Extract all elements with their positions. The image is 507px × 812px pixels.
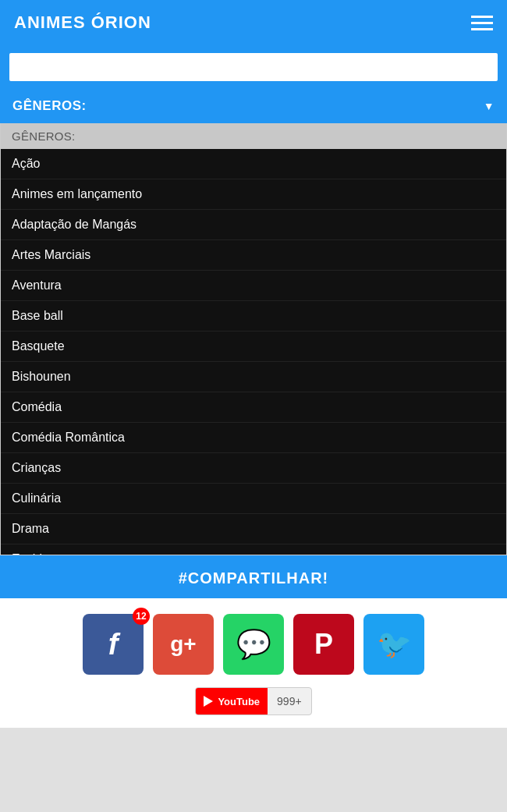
genre-list-item[interactable]: Artes Marciais (1, 240, 506, 271)
genres-scrollable-list[interactable]: AçãoAnimes em lançamentoAdaptação de Man… (1, 149, 506, 555)
youtube-button[interactable]: YouTube 999+ (195, 687, 311, 715)
youtube-icon-part: YouTube (196, 688, 268, 714)
pinterest-button[interactable]: P (293, 614, 354, 675)
genre-list-item[interactable]: Culinária (1, 484, 506, 514)
google-plus-button[interactable]: g+ (153, 614, 214, 675)
genre-list-item[interactable]: Comédia Romântica (1, 423, 506, 453)
youtube-label: YouTube (218, 696, 260, 707)
genre-list-item[interactable]: Animes em lançamento (1, 179, 506, 210)
genres-dropdown-button[interactable]: GÊNEROS: ▼ (0, 89, 507, 123)
genre-list-item[interactable]: Comédia (1, 392, 506, 423)
chevron-down-icon: ▼ (484, 100, 495, 112)
youtube-count: 999+ (268, 695, 311, 707)
share-section: #COMPARTILHAR! (0, 555, 507, 598)
twitter-icon: 🐦 (377, 628, 412, 661)
whatsapp-button[interactable]: 💬 (223, 614, 284, 675)
header: ANIMES ÓRION (0, 0, 507, 45)
search-bar-container (0, 45, 507, 89)
pinterest-icon: P (314, 628, 333, 661)
youtube-play-icon (204, 696, 213, 707)
genre-list-item[interactable]: Ação (1, 149, 506, 179)
genre-list-item[interactable]: Basquete (1, 332, 506, 362)
twitter-button[interactable]: 🐦 (363, 614, 424, 675)
share-title: #COMPARTILHAR! (179, 569, 329, 587)
google-plus-icon: g+ (170, 632, 196, 657)
genre-list-item[interactable]: Adaptação de Mangás (1, 210, 506, 240)
hamburger-menu[interactable] (471, 16, 493, 30)
genre-list-item[interactable]: Crianças (1, 453, 506, 484)
facebook-badge: 12 (133, 608, 150, 625)
genres-button-label: GÊNEROS: (12, 98, 87, 114)
search-input[interactable] (9, 53, 498, 81)
hamburger-line-1 (471, 16, 493, 18)
genres-list-header: GÊNEROS: (1, 123, 506, 149)
genre-list-item[interactable]: Drama (1, 514, 506, 544)
hamburger-line-3 (471, 28, 493, 30)
social-buttons-row: f 12 g+ 💬 P 🐦 (83, 614, 424, 675)
genre-list-item[interactable]: Bishounen (1, 362, 506, 392)
social-container: f 12 g+ 💬 P 🐦 YouTube 999+ (0, 598, 507, 728)
genre-list-item[interactable]: Base ball (1, 301, 506, 332)
genre-list-item[interactable]: Ecchi (1, 544, 506, 555)
facebook-icon: f (108, 628, 119, 661)
facebook-button[interactable]: f 12 (83, 614, 144, 675)
hamburger-line-2 (471, 22, 493, 24)
whatsapp-icon: 💬 (236, 628, 271, 661)
genre-list-item[interactable]: Aventura (1, 271, 506, 301)
genres-list: GÊNEROS: AçãoAnimes em lançamentoAdaptaç… (0, 123, 507, 555)
app-title: ANIMES ÓRION (14, 12, 151, 33)
